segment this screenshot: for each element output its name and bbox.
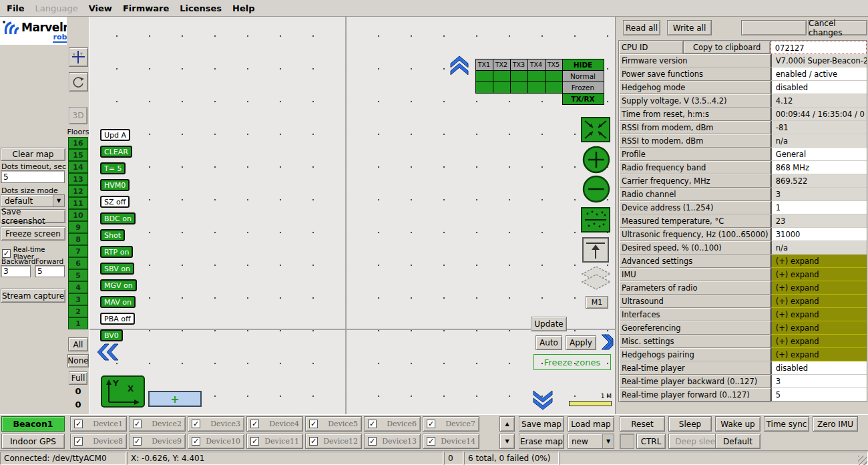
tx-header-cell[interactable]: TX2 bbox=[493, 59, 511, 71]
save-screenshot-button[interactable]: Save screenshot bbox=[1, 209, 65, 223]
backward-input[interactable]: 3 bbox=[1, 265, 31, 277]
zoom-out-button[interactable] bbox=[582, 175, 610, 203]
floor-button[interactable]: 9 bbox=[68, 221, 88, 233]
param-value[interactable]: (+) expand bbox=[771, 255, 867, 268]
dots-size-select[interactable]: default ▼ bbox=[1, 194, 65, 207]
param-value[interactable]: (+) expand bbox=[771, 321, 867, 335]
chevron-down-icon[interactable]: ▼ bbox=[602, 434, 614, 448]
resize-grip-icon[interactable] bbox=[858, 456, 867, 465]
device-toggle[interactable]: ✓ Device14 bbox=[423, 434, 479, 449]
blank-button[interactable] bbox=[741, 20, 807, 35]
collapse-down-icon[interactable] bbox=[531, 389, 554, 410]
floors-full-button[interactable]: Full bbox=[69, 371, 87, 385]
device-toggle[interactable]: ✓ Device5 bbox=[305, 416, 362, 432]
fit-to-screen-button[interactable] bbox=[581, 117, 610, 142]
floors-all-button[interactable]: All bbox=[68, 337, 88, 351]
tx-cell[interactable] bbox=[527, 70, 546, 82]
collapse-up-icon[interactable] bbox=[449, 55, 470, 75]
checkbox-icon[interactable]: ✓ bbox=[309, 437, 318, 446]
3d-view-button[interactable]: 3D bbox=[69, 107, 87, 124]
freeze-zones-button[interactable]: Freeze zones bbox=[533, 354, 611, 370]
param-value[interactable]: -81 bbox=[771, 121, 867, 134]
device-toggle[interactable]: ✓ Device10 bbox=[188, 434, 244, 449]
checkbox-icon[interactable]: ✓ bbox=[427, 420, 435, 428]
checkbox-icon[interactable]: ✓ bbox=[133, 420, 142, 428]
param-value[interactable]: 31000 bbox=[771, 228, 867, 241]
tx-hide-button[interactable]: HIDE bbox=[562, 59, 604, 71]
checkbox-icon[interactable]: ✓ bbox=[427, 437, 435, 446]
floor-button[interactable]: 10 bbox=[68, 209, 88, 221]
map-tool-button[interactable]: RTP on bbox=[100, 246, 133, 258]
map-tool-button[interactable]: SZ off bbox=[100, 196, 130, 208]
expand-right-icon[interactable] bbox=[598, 333, 617, 352]
floor-button[interactable]: 1 bbox=[68, 317, 88, 329]
param-value[interactable]: (+) expand bbox=[771, 281, 867, 295]
collapse-left-icon[interactable] bbox=[95, 342, 122, 363]
device-toggle[interactable]: ✓ Device3 bbox=[188, 416, 244, 432]
param-value[interactable]: (+) expand bbox=[771, 308, 867, 321]
checkbox-icon[interactable]: ✓ bbox=[192, 420, 200, 428]
param-value[interactable]: 00:09:44 / 16:35:04 / 0 bbox=[771, 108, 867, 121]
param-value[interactable]: (+) expand bbox=[771, 295, 867, 308]
floor-button[interactable]: 8 bbox=[68, 233, 88, 245]
add-submap-button[interactable]: + bbox=[148, 391, 202, 407]
floor-button[interactable]: 16 bbox=[68, 137, 88, 149]
update-button[interactable]: Update bbox=[531, 317, 567, 331]
tx-cell[interactable] bbox=[545, 70, 563, 82]
checkbox-icon[interactable]: ✓ bbox=[2, 249, 11, 258]
param-value[interactable]: 1 bbox=[771, 201, 867, 214]
device-toggle[interactable]: ✓ Device13 bbox=[364, 434, 421, 449]
default-button[interactable]: Default bbox=[715, 434, 761, 449]
devices-scroll-down-button[interactable]: ▼ bbox=[499, 434, 515, 449]
param-value[interactable]: disabled bbox=[771, 81, 867, 94]
tx-cell[interactable] bbox=[545, 82, 563, 94]
tx-cell[interactable] bbox=[493, 70, 511, 82]
menu-item[interactable]: Language bbox=[35, 3, 78, 13]
checkbox-icon[interactable]: ✓ bbox=[250, 420, 259, 428]
cpu-id-value[interactable]: 072127 bbox=[771, 41, 867, 54]
map-tool-button[interactable]: BV0 bbox=[100, 329, 123, 341]
tx-txrx-button[interactable]: TX/RX bbox=[562, 93, 604, 105]
rotate-view-button[interactable] bbox=[69, 72, 88, 92]
param-value[interactable]: 4.12 bbox=[771, 94, 867, 108]
checkbox-icon[interactable]: ✓ bbox=[250, 437, 259, 446]
load-map-button[interactable]: Load map bbox=[568, 416, 614, 432]
upload-map-button[interactable] bbox=[582, 237, 609, 263]
device-toggle[interactable]: ✓ Device1 bbox=[70, 416, 127, 432]
param-value[interactable]: V7.000i Super-Beacon-2 bbox=[771, 54, 867, 67]
map-tool-button[interactable]: MGV on bbox=[100, 279, 137, 291]
m1-button[interactable]: M1 bbox=[586, 296, 608, 309]
time-sync-button[interactable]: Time sync bbox=[764, 416, 809, 432]
floor-button[interactable]: 13 bbox=[68, 173, 88, 185]
map-tool-button[interactable]: CLEAR bbox=[100, 146, 132, 158]
param-value[interactable]: (+) expand bbox=[771, 348, 867, 361]
forward-input[interactable]: 5 bbox=[35, 265, 65, 277]
device-toggle[interactable]: ✓ Device9 bbox=[129, 434, 186, 449]
dots-timeout-input[interactable]: 5 bbox=[1, 170, 65, 183]
map-canvas[interactable]: TX1TX2TX3TX4TX5 HIDE Normal Frozen TX/RX… bbox=[89, 17, 615, 414]
floor-button[interactable]: 3 bbox=[68, 293, 88, 305]
dots-display-button[interactable] bbox=[581, 207, 610, 232]
devices-scroll-up-button[interactable]: ▲ bbox=[499, 416, 515, 432]
tx-cell[interactable] bbox=[475, 70, 493, 82]
map-tool-button[interactable]: Upd A bbox=[100, 129, 130, 141]
copy-to-clipboard-button[interactable]: Copy to clipboard bbox=[683, 41, 770, 54]
layers-icon[interactable] bbox=[581, 265, 612, 295]
zero-imu-button[interactable]: Zero IMU bbox=[813, 416, 858, 432]
chevron-down-icon[interactable]: ▼ bbox=[53, 195, 64, 206]
menu-item[interactable]: Help bbox=[232, 3, 254, 13]
param-value[interactable]: General bbox=[771, 148, 867, 161]
tx-cell[interactable] bbox=[510, 82, 528, 94]
device-toggle[interactable]: ✓ Device2 bbox=[129, 416, 186, 432]
device-toggle[interactable]: ✓ Device8 bbox=[70, 434, 127, 449]
param-value[interactable]: n/a bbox=[771, 134, 867, 148]
checkbox-icon[interactable]: ✓ bbox=[192, 437, 200, 446]
map-tool-button[interactable]: T= 5 bbox=[100, 162, 126, 174]
floor-button[interactable]: 14 bbox=[68, 161, 88, 173]
map-name-select[interactable]: new ▼ bbox=[568, 434, 614, 449]
device-toggle[interactable]: ✓ Device7 bbox=[423, 416, 479, 432]
floor-button[interactable]: 5 bbox=[68, 269, 88, 281]
tx-cell[interactable] bbox=[493, 82, 511, 94]
tx-cell[interactable] bbox=[527, 82, 546, 94]
wake-up-button[interactable]: Wake up bbox=[715, 416, 761, 432]
